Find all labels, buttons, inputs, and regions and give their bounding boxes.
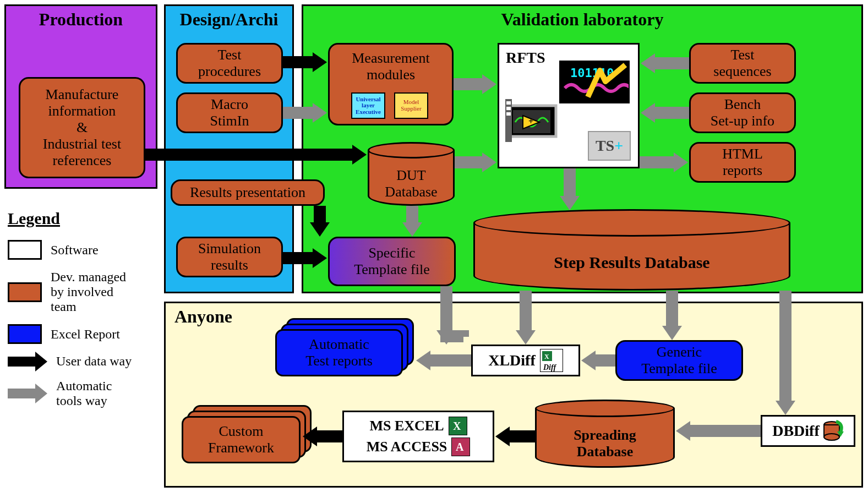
macro-box: Macro StimIn (176, 92, 283, 133)
dbdiff-icon (823, 419, 844, 442)
svg-rect-9 (506, 112, 511, 116)
arrow-respres-spec (314, 206, 326, 223)
rfts-label: RFTS (506, 49, 545, 67)
teststand-icon: 101110 (559, 61, 630, 103)
arrow-xldiff-auto (429, 354, 471, 367)
legend-software-label: Software (51, 243, 99, 258)
stepres-db-label: Step Results Database (473, 253, 790, 272)
excel-diff-icon: XDiff (540, 349, 563, 372)
htmlrep-box: HTML reports (689, 142, 796, 183)
legend-excel-swatch (8, 324, 42, 344)
svg-text:X: X (544, 353, 549, 360)
arrow-testseq-rfts (654, 57, 689, 69)
autotest-label: Automatic Test reports (275, 329, 403, 376)
dbdiff-box: DBDiff (761, 415, 855, 447)
model-mini-icon: Model Supplier (394, 92, 428, 119)
legend-dev-label: Dev. managed by involved team (51, 270, 126, 314)
arrow-testproc-measmod-head (313, 52, 327, 72)
arrow-rfts-html (640, 156, 675, 168)
spectmpl-box: Specific Template file (328, 237, 456, 286)
arrow-ms-custom-head (303, 427, 317, 446)
excel-icon: X (449, 417, 467, 435)
spreading-db: Spreading Database (535, 400, 675, 468)
arrow-respres-spec-head (310, 222, 330, 237)
xldiff-box: XLDiff XDiff (471, 345, 580, 376)
arrow-dut-down-head (402, 222, 422, 237)
anyone-title: Anyone (166, 303, 861, 330)
testseq-box: Test sequences (689, 43, 796, 84)
arrow-stepres-dbdiff (779, 291, 791, 402)
spreading-db-label: Spreading Database (535, 427, 675, 460)
arrow-spread-ms-head (495, 427, 510, 446)
arrow-stepres-gen (666, 291, 678, 327)
svg-rect-8 (506, 107, 511, 110)
arrow-dut-rfts-head (482, 152, 496, 172)
simresults-box: Simulation results (176, 237, 283, 277)
arrow-spec-xldiff2b (457, 330, 469, 337)
ule-mini-icon: Universal layer Executive (351, 92, 385, 119)
arrow-bench-rfts-head (641, 103, 655, 123)
svg-text:+: + (528, 117, 533, 126)
xldiff-label: XLDiff (488, 352, 536, 369)
measmod-box: Measurement modules (328, 43, 454, 125)
svg-text:Diff: Diff (543, 363, 556, 371)
arrow-rfts-stepres (564, 168, 576, 197)
arrow-sim-spec (283, 252, 314, 264)
validation-title: Validation laboratory (303, 6, 861, 33)
arrow-dut-down (406, 206, 418, 223)
arrow-gen-xldiff-head (581, 351, 596, 370)
arrow-xldiff-auto-head (416, 351, 430, 370)
legend-title: Legend (8, 209, 151, 228)
arrow-bench-rfts (654, 107, 689, 119)
arrow-dbdiff-spread (689, 425, 761, 437)
svg-text:A: A (456, 441, 464, 453)
svg-rect-6 (505, 99, 512, 142)
legend-toolsway-label: Automatic tools way (56, 379, 112, 408)
legend-grey-arrow-icon (8, 387, 47, 400)
dut-db: DUT Database (368, 142, 455, 206)
arrow-rfts-html-head (674, 152, 688, 172)
svg-rect-7 (506, 101, 511, 105)
arrow-macro-measmod (283, 107, 314, 119)
svg-text:X: X (453, 420, 461, 432)
arrow-dut-rfts (455, 156, 483, 168)
msoffice-box: MS EXCELX MS ACCESSA (342, 411, 494, 462)
legend-software-swatch (8, 240, 42, 260)
arrow-testseq-rfts-head (641, 53, 655, 73)
autotest-stack: Automatic Test reports (275, 329, 403, 376)
custom-label: Custom Framework (182, 416, 301, 463)
arrow-spread-ms (509, 430, 535, 442)
arrow-manuf-dut-head (352, 145, 367, 165)
labview-icon: + (505, 99, 558, 142)
legend-black-arrow-icon (8, 356, 47, 368)
design-title: Design/Archi (166, 6, 292, 33)
ts-icon: TS+ (588, 131, 631, 161)
model-mini-label: Model Supplier (395, 99, 427, 112)
access-icon: A (451, 438, 470, 456)
ts-label: TS (596, 137, 614, 155)
arrow-macro-measmod-head (313, 103, 327, 123)
arrow-rfts-stepres-head (560, 196, 580, 210)
legend-userway-label: User data way (56, 354, 132, 369)
legend-excel-label: Excel Report (51, 327, 120, 342)
msexcel-label: MS EXCEL (369, 418, 444, 434)
manufacture-box: Manufacture information & Industrial tes… (19, 77, 145, 178)
arrow-testproc-measmod (283, 56, 314, 68)
bench-box: Bench Set-up info (689, 92, 796, 133)
stepres-db: Step Results Database (473, 209, 790, 291)
arrow-stepres-gen-head (662, 326, 682, 340)
custom-stack: Custom Framework (182, 416, 301, 463)
production-title: Production (6, 6, 156, 33)
arrow-stepres-xldiff-head (516, 330, 536, 345)
arrow-ms-custom (316, 430, 342, 442)
dut-db-label: DUT Database (368, 167, 455, 200)
gentmpl-box: Generic Template file (615, 340, 743, 381)
arrow-dbdiff-spread-head (676, 421, 690, 441)
svg-point-16 (824, 434, 839, 440)
legend-dev-swatch (8, 282, 42, 302)
dbdiff-label: DBDiff (772, 422, 820, 440)
arrow-stepres-xldiff (520, 291, 532, 331)
arrow-measmod-rfts-head (482, 74, 496, 94)
arrow-gen-xldiff (594, 354, 615, 367)
arrow-measmod-rfts (454, 78, 483, 90)
